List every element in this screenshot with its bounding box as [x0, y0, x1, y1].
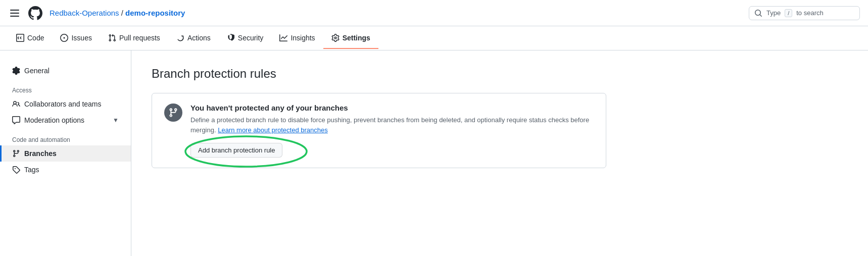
learn-more-link[interactable]: Learn more about protected branches	[218, 126, 328, 134]
code-icon	[16, 34, 24, 42]
chevron-down-icon: ▼	[113, 117, 119, 124]
repo-owner-link[interactable]: Redback-Operations	[50, 9, 119, 17]
top-bar-right: Type / to search	[749, 6, 860, 20]
sidebar-item-branches[interactable]: Branches	[0, 145, 131, 162]
moderation-left: Moderation options	[12, 116, 84, 124]
sidebar-item-tags[interactable]: Tags	[0, 162, 131, 178]
sidebar-item-collaborators[interactable]: Collaborators and teams	[0, 96, 131, 112]
tab-code[interactable]: Code	[8, 28, 52, 49]
tab-actions-label: Actions	[187, 34, 211, 42]
tab-actions[interactable]: Actions	[168, 28, 219, 49]
search-box[interactable]: Type / to search	[749, 6, 860, 20]
tab-security-label: Security	[238, 34, 264, 42]
tab-pull-requests[interactable]: Pull requests	[100, 28, 168, 49]
sidebar-item-moderation[interactable]: Moderation options ▼	[0, 112, 131, 128]
sidebar-collaborators-label: Collaborators and teams	[24, 100, 102, 108]
sidebar-section-code-automation: Code and automation	[0, 128, 131, 145]
sidebar-section-access: Access	[0, 79, 131, 96]
hamburger-menu[interactable]	[8, 8, 21, 19]
search-suffix: to search	[796, 9, 823, 17]
branches-icon	[12, 149, 20, 158]
banner-icon	[164, 104, 182, 122]
path-separator: /	[121, 9, 125, 17]
search-label: Type	[766, 9, 781, 17]
banner-description: Define a protected branch rule to disabl…	[190, 115, 594, 135]
security-icon	[227, 34, 235, 42]
sidebar: General Access Collaborators and teams M…	[0, 50, 131, 256]
button-container: Add branch protection rule	[190, 143, 282, 158]
tab-pr-label: Pull requests	[119, 34, 160, 42]
sidebar-moderation-label: Moderation options	[24, 116, 84, 124]
protection-banner: You haven't protected any of your branch…	[152, 93, 606, 168]
github-logo	[27, 5, 43, 21]
sidebar-general-label: General	[24, 67, 50, 75]
repo-name-link[interactable]: demo-repository	[125, 9, 185, 17]
repo-path: Redback-Operations / demo-repository	[50, 9, 185, 17]
page-title: Branch protection rules	[152, 67, 848, 81]
tab-issues-label: Issues	[71, 34, 91, 42]
insights-icon	[279, 34, 287, 42]
sidebar-tags-label: Tags	[24, 166, 39, 174]
search-shortcut: /	[785, 9, 792, 17]
main-layout: General Access Collaborators and teams M…	[0, 50, 868, 256]
sidebar-item-general[interactable]: General	[0, 63, 131, 79]
tab-issues[interactable]: Issues	[52, 28, 100, 49]
tab-security[interactable]: Security	[219, 28, 272, 49]
moderation-icon	[12, 116, 20, 124]
top-bar: Redback-Operations / demo-repository Typ…	[0, 0, 868, 26]
people-icon	[12, 100, 20, 108]
pr-icon	[108, 34, 116, 42]
settings-icon	[331, 34, 340, 42]
tab-settings[interactable]: Settings	[323, 28, 378, 49]
tab-insights-label: Insights	[291, 34, 315, 42]
tab-insights[interactable]: Insights	[271, 28, 323, 49]
top-bar-left: Redback-Operations / demo-repository	[8, 5, 185, 21]
actions-icon	[176, 34, 184, 42]
tab-code-label: Code	[27, 34, 44, 42]
sidebar-branches-label: Branches	[24, 149, 57, 158]
general-settings-icon	[12, 67, 20, 75]
add-branch-protection-rule-button[interactable]: Add branch protection rule	[190, 143, 282, 158]
tags-icon	[12, 166, 20, 174]
tab-settings-label: Settings	[343, 34, 370, 42]
banner-title: You haven't protected any of your branch…	[190, 104, 594, 112]
search-icon	[754, 9, 762, 17]
main-content: Branch protection rules You haven't prot…	[131, 50, 868, 256]
issues-icon	[60, 34, 68, 42]
banner-content: You haven't protected any of your branch…	[190, 104, 594, 158]
nav-tabs: Code Issues Pull requests Actions Securi…	[0, 26, 868, 50]
